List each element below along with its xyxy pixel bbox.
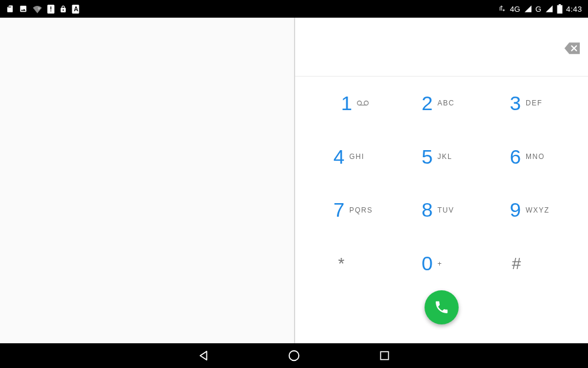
- key-digit: 8: [419, 198, 433, 221]
- voicemail-icon: [357, 98, 369, 108]
- network2-label: G: [536, 5, 542, 14]
- key-letters: GHI: [349, 152, 376, 161]
- key-8[interactable]: 8 TUV: [397, 184, 486, 237]
- nav-recent-button[interactable]: [372, 343, 397, 368]
- key-digit: 9: [507, 198, 521, 221]
- nav-home-button[interactable]: [281, 343, 307, 368]
- svg-rect-7: [557, 5, 562, 14]
- data-switch-icon: [497, 5, 506, 14]
- text-card-icon: A: [72, 5, 79, 14]
- key-letters: DEF: [526, 99, 553, 107]
- key-1[interactable]: 1: [309, 77, 397, 130]
- key-6[interactable]: 6 MNO: [486, 130, 574, 184]
- status-clock: 4:43: [566, 5, 582, 14]
- svg-text:A: A: [74, 5, 79, 12]
- key-digit: 3: [507, 92, 521, 115]
- status-bar: ? A 4G G: [0, 0, 588, 18]
- alert-card-icon: [47, 5, 55, 14]
- key-3[interactable]: 3 DEF: [486, 77, 574, 130]
- lock-icon: [59, 5, 67, 14]
- key-star[interactable]: *: [309, 237, 397, 290]
- navigation-bar: [0, 343, 588, 368]
- signal1-icon: [524, 5, 532, 13]
- key-letters: JKL: [437, 152, 465, 161]
- key-7[interactable]: 7 PQRS: [309, 184, 397, 237]
- key-digit: 4: [330, 145, 345, 168]
- key-letters: WXYZ: [526, 206, 553, 214]
- nav-back-button[interactable]: [191, 343, 216, 368]
- key-letters: MNO: [526, 152, 553, 161]
- dialer-pane: 1 2 ABC 3 DEF 4 GHI 5: [295, 18, 588, 343]
- key-0[interactable]: 0 +: [397, 237, 486, 290]
- keypad: 1 2 ABC 3 DEF 4 GHI 5: [295, 77, 588, 290]
- key-digit: *: [330, 254, 345, 273]
- key-digit: 7: [330, 198, 345, 221]
- key-2[interactable]: 2 ABC: [397, 77, 486, 130]
- key-digit: 6: [507, 145, 521, 168]
- key-letters: +: [437, 260, 465, 268]
- svg-point-9: [364, 101, 368, 105]
- network1-label: 4G: [510, 5, 520, 14]
- key-letters: ABC: [437, 99, 465, 107]
- call-button[interactable]: [425, 290, 459, 324]
- svg-rect-3: [51, 10, 52, 11]
- backspace-button[interactable]: [564, 42, 580, 57]
- dial-display: [295, 18, 588, 77]
- battery-icon: [557, 4, 563, 14]
- key-4[interactable]: 4 GHI: [309, 130, 397, 184]
- svg-point-8: [358, 101, 362, 105]
- sd-card-icon: [6, 4, 14, 14]
- svg-rect-2: [51, 6, 52, 9]
- key-hash[interactable]: #: [486, 237, 574, 290]
- key-digit: 1: [338, 92, 352, 115]
- key-letters: PQRS: [349, 206, 376, 214]
- key-digit: 0: [419, 252, 433, 275]
- key-digit: #: [507, 254, 521, 273]
- key-9[interactable]: 9 WXYZ: [486, 184, 574, 237]
- wifi-question-icon: ?: [32, 5, 42, 14]
- image-icon: [19, 5, 28, 13]
- svg-point-11: [289, 351, 299, 361]
- key-5[interactable]: 5 JKL: [397, 130, 486, 184]
- key-digit: 5: [419, 145, 433, 168]
- signal2-icon: [545, 5, 553, 13]
- svg-rect-12: [380, 352, 388, 359]
- key-digit: 2: [419, 92, 433, 115]
- key-letters: TUV: [437, 206, 465, 214]
- contacts-pane: [0, 18, 294, 343]
- svg-rect-6: [559, 4, 561, 5]
- svg-text:?: ?: [38, 6, 40, 10]
